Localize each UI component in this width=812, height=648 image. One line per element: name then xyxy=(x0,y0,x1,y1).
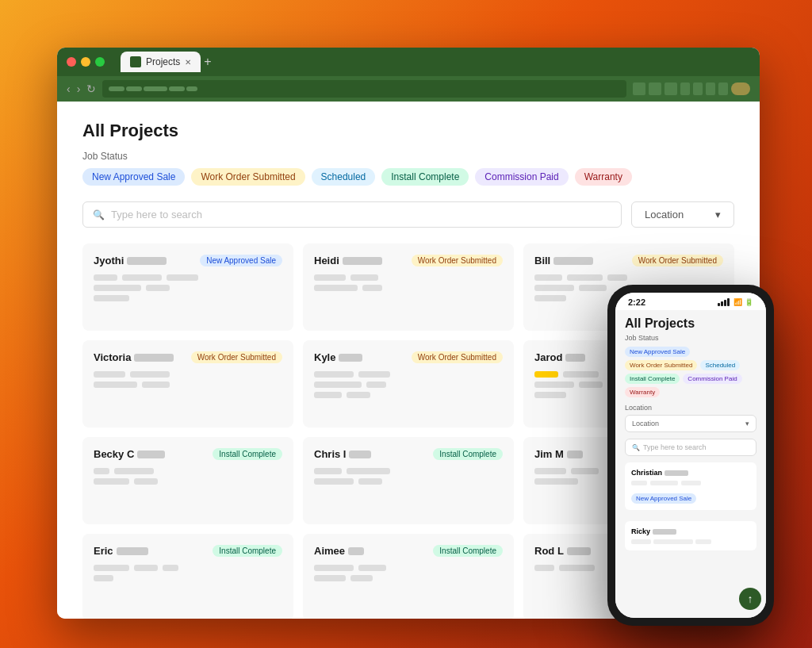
signal-bars xyxy=(718,298,730,306)
card-name-chris: Chris I xyxy=(314,448,371,460)
phone-christian-name: Christian xyxy=(631,469,688,477)
phone-ricky-name-text: Ricky xyxy=(631,527,650,535)
address-field[interactable] xyxy=(102,80,626,98)
location-chevron: ▾ xyxy=(715,209,721,220)
phone-location-dropdown[interactable]: Location ▾ xyxy=(625,415,756,432)
phone-statusbar: 2:22 📶 🔋 xyxy=(615,293,766,310)
phone-search-placeholder: Type here to search xyxy=(643,443,707,451)
card-name-rod: Rod L xyxy=(534,545,591,557)
tab-favicon xyxy=(130,56,141,67)
view-icon-4[interactable] xyxy=(718,82,728,95)
phone-badge-work-order[interactable]: Work Order Submitted xyxy=(625,360,697,370)
mobile-phone: 2:22 📶 🔋 All Projects Job Status New App… xyxy=(607,285,774,626)
phone-christian-name-blur xyxy=(665,470,688,476)
card-name-jyothi: Jyothi xyxy=(94,255,167,266)
phone-location-label: Location xyxy=(625,404,756,412)
toolbar-icons xyxy=(633,82,750,95)
phone-card-ricky[interactable]: Ricky xyxy=(625,521,756,550)
phone-page-title: All Projects xyxy=(625,316,756,331)
project-card-becky[interactable]: Becky C Install Complete xyxy=(82,437,293,524)
refresh-button[interactable]: ↻ xyxy=(86,82,96,95)
card-name-jarod: Jarod xyxy=(534,351,585,363)
phone-christian-status: New Approved Sale xyxy=(631,493,696,504)
active-tab[interactable]: Projects ✕ xyxy=(121,52,201,72)
status-badge-install-complete[interactable]: Install Complete xyxy=(381,168,469,186)
status-badge-new-approved[interactable]: New Approved Sale xyxy=(82,168,185,186)
card-status-kyle: Work Order Submitted xyxy=(412,351,503,363)
card-name-jim: Jim M xyxy=(534,448,583,460)
phone-christian-lines xyxy=(631,481,750,485)
browser-titlebar: Projects ✕ + xyxy=(57,48,760,76)
battery-icon: 🔋 xyxy=(745,298,753,306)
phone-card-christian[interactable]: Christian New Approved Sale xyxy=(625,462,756,510)
tab-close-icon[interactable]: ✕ xyxy=(185,58,191,67)
phone-icons: 📶 🔋 xyxy=(718,298,753,306)
list-view-icon[interactable] xyxy=(693,82,703,95)
phone-content: All Projects Job Status New Approved Sal… xyxy=(615,310,766,618)
status-badge-scheduled[interactable]: Scheduled xyxy=(312,168,376,186)
card-status-heidi: Work Order Submitted xyxy=(412,255,503,266)
project-card-aimee[interactable]: Aimee Install Complete xyxy=(303,534,514,619)
phone-ricky-name: Ricky xyxy=(631,527,750,535)
project-card-kyle[interactable]: Kyle Work Order Submitted xyxy=(303,340,514,428)
phone-christian-name-text: Christian xyxy=(631,469,662,477)
back-button[interactable]: ‹ xyxy=(67,82,71,95)
phone-fab-button[interactable]: ↑ xyxy=(739,588,761,610)
search-box[interactable]: 🔍 Type here to search xyxy=(82,201,622,228)
phone-badge-scheduled[interactable]: Scheduled xyxy=(700,360,740,370)
phone-status-badges: New Approved Sale Work Order Submitted S… xyxy=(625,347,756,397)
phone-ricky-name-blur xyxy=(653,529,676,535)
status-badge-work-order[interactable]: Work Order Submitted xyxy=(191,168,304,186)
share-icon[interactable] xyxy=(633,82,645,95)
card-status-eric: Install Complete xyxy=(213,545,282,557)
project-card-heidi[interactable]: Heidi Work Order Submitted xyxy=(303,243,514,331)
minimize-button[interactable] xyxy=(81,57,90,67)
phone-location-value: Location xyxy=(632,420,659,428)
profile-icon[interactable] xyxy=(731,82,750,95)
search-placeholder: Type here to search xyxy=(111,209,202,220)
close-button[interactable] xyxy=(67,57,76,67)
tab-title: Projects xyxy=(146,56,180,67)
view-icon-3[interactable] xyxy=(706,82,715,95)
card-name-eric: Eric xyxy=(94,545,148,557)
phone-time: 2:22 xyxy=(628,297,645,307)
new-tab-button[interactable]: + xyxy=(204,55,211,69)
bookmark-icon[interactable] xyxy=(649,82,661,95)
card-name-victoria: Victoria xyxy=(94,351,174,363)
card-status-bill: Work Order Submitted xyxy=(632,255,723,266)
project-card-chris[interactable]: Chris I Install Complete xyxy=(303,437,514,524)
project-card-victoria[interactable]: Victoria Work Order Submitted xyxy=(82,340,293,428)
phone-badge-commission[interactable]: Commission Paid xyxy=(683,374,741,384)
card-status-victoria: Work Order Submitted xyxy=(191,351,282,363)
grid-view-icon[interactable] xyxy=(680,82,690,95)
phone-badge-install-complete[interactable]: Install Complete xyxy=(625,374,680,384)
traffic-lights xyxy=(67,57,105,67)
wifi-icon: 📶 xyxy=(733,298,742,306)
location-dropdown[interactable]: Location ▾ xyxy=(631,201,734,228)
phone-job-status-label: Job Status xyxy=(625,334,756,342)
phone-badge-warranty[interactable]: Warranty xyxy=(625,387,660,397)
phone-search-icon: 🔍 xyxy=(632,444,640,451)
forward-button[interactable]: › xyxy=(77,82,81,95)
page-title: All Projects xyxy=(82,121,734,141)
maximize-button[interactable] xyxy=(95,57,105,67)
card-name-bill: Bill xyxy=(534,255,593,266)
card-name-aimee: Aimee xyxy=(314,545,364,557)
project-card-jyothi[interactable]: Jyothi New Approved Sale xyxy=(82,243,293,331)
status-badge-warranty[interactable]: Warranty xyxy=(575,168,632,186)
star-icon[interactable] xyxy=(665,82,677,95)
browser-addressbar: ‹ › ↻ xyxy=(57,76,760,102)
card-status-jyothi: New Approved Sale xyxy=(200,255,282,266)
phone-badge-new-approved[interactable]: New Approved Sale xyxy=(625,347,690,357)
phone-search-box[interactable]: 🔍 Type here to search xyxy=(625,439,756,456)
card-status-becky: Install Complete xyxy=(213,448,282,460)
location-label: Location xyxy=(645,209,684,220)
card-status-chris: Install Complete xyxy=(433,448,503,460)
card-name-becky: Becky C xyxy=(94,448,165,460)
card-name-kyle: Kyle xyxy=(314,351,362,363)
card-name-heidi: Heidi xyxy=(314,255,382,266)
status-badge-commission[interactable]: Commission Paid xyxy=(475,168,568,186)
status-badges-row: New Approved Sale Work Order Submitted S… xyxy=(82,168,734,186)
tab-bar: Projects ✕ + xyxy=(121,52,750,72)
project-card-eric[interactable]: Eric Install Complete xyxy=(82,534,293,619)
